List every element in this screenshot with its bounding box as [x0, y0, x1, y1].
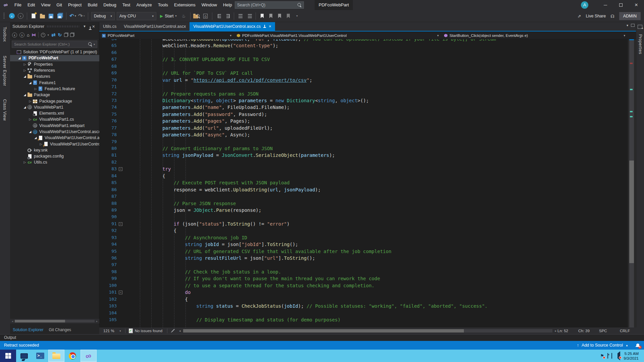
notifications-bell-icon[interactable]: 1 [636, 343, 640, 348]
code-line[interactable]: 86 response = webClient.UploadString(url… [99, 186, 496, 193]
sync-icon[interactable]: ↻ [58, 32, 62, 38]
start-button[interactable] [0, 350, 16, 362]
fold-toggle[interactable]: − [117, 289, 124, 296]
insert-mode-indicator[interactable]: SPC [599, 329, 620, 333]
code-line[interactable]: 73 Dictionary<string, object> parameters… [99, 97, 496, 104]
taskbar-item-file-explorer[interactable] [48, 350, 64, 362]
code-line[interactable]: 96 string resultFileUrl = json["url"].To… [99, 255, 496, 261]
scrollbar-thumb[interactable] [629, 161, 634, 263]
tree-item[interactable]: key.snk [10, 147, 99, 153]
properties-tab[interactable]: Properties [638, 34, 643, 54]
scrollbar-thumb[interactable] [15, 320, 65, 322]
navigate-forward-button[interactable]: › [16, 12, 24, 20]
open-file-button[interactable] [38, 12, 46, 20]
line-indicator[interactable]: Ln: 52 [557, 329, 578, 333]
hot-reload-button[interactable]: ♨ [180, 12, 188, 20]
scroll-left-icon[interactable]: ◂ [10, 320, 15, 323]
code-line[interactable]: 87 [99, 193, 496, 200]
code-line[interactable]: 72 // Prepare requests params as JSON [99, 90, 496, 97]
code-line[interactable]: 75 parameters.Add("password", Password); [99, 111, 496, 118]
code-line[interactable]: 100 // to use a separate thread for the … [99, 282, 496, 289]
menu-git[interactable]: Git [53, 0, 65, 10]
scroll-left-icon[interactable]: ◂ [178, 329, 182, 333]
network-icon[interactable] [611, 353, 612, 358]
collapse-arrow-icon[interactable]: ◢ [28, 130, 32, 133]
solution-explorer-hscrollbar[interactable]: ◂ ▸ [10, 319, 99, 323]
quick-search-box[interactable]: Search (Ctrl+Q) [235, 1, 304, 9]
code-line[interactable]: 82 [99, 159, 496, 166]
expand-arrow-icon[interactable]: ▷ [23, 63, 27, 66]
fold-toggle[interactable]: − [117, 221, 124, 227]
collapse-arrow-icon[interactable]: ◢ [28, 81, 32, 84]
tree-item[interactable]: Elements.xml [10, 110, 99, 116]
menu-project[interactable]: Project [65, 0, 85, 10]
refresh-icon[interactable]: ⇄ [51, 32, 56, 38]
taskbar-item-desktop[interactable] [16, 350, 32, 362]
add-to-source-control-button[interactable]: Add to Source Control [582, 343, 623, 348]
tree-item[interactable]: VisualWebPart1.webpart [10, 123, 99, 129]
collapse-arrow-icon[interactable]: ◢ [34, 136, 38, 139]
track-changes-icon[interactable] [171, 329, 175, 333]
code-line[interactable]: 85 // Execute POST request with JSON pay… [99, 179, 496, 186]
panel-tab-git-changes[interactable]: Git Changes [46, 327, 74, 333]
next-bookmark-button[interactable] [276, 12, 284, 20]
home-icon[interactable]: ⌂ [27, 33, 30, 38]
code-line[interactable]: 101− do [99, 289, 496, 296]
class-view-tab[interactable]: Class View [2, 99, 7, 121]
code-line[interactable]: 84 { [99, 173, 496, 179]
user-avatar[interactable]: A [581, 1, 588, 9]
code-line[interactable]: 76 parameters.Add("pages", Pages); [99, 118, 496, 124]
toolbar-grip[interactable] [3, 13, 5, 19]
tree-item[interactable]: ◢VisualWebPart1UserControl.as [10, 135, 99, 141]
code-line[interactable]: 68 [99, 63, 496, 70]
tree-item[interactable]: ▷C#VisualWebPart1.cs [10, 116, 99, 122]
menu-extensions[interactable]: Extensions [171, 0, 199, 10]
collapse-arrow-icon[interactable]: ◢ [23, 75, 27, 78]
fold-toggle[interactable]: − [117, 166, 124, 172]
restore-button[interactable] [613, 0, 629, 10]
action-center-flag-icon[interactable]: ⚑ [600, 353, 604, 358]
document-tab[interactable]: VisualWebPart1UserControl.ascx.cs× [190, 22, 275, 31]
search-icon[interactable] [298, 3, 302, 7]
expand-arrow-icon[interactable]: ▷ [34, 87, 38, 90]
menu-build[interactable]: Build [85, 0, 100, 10]
code-line[interactable]: 70 var url = "https://api.pdf.co/v1/pdf/… [99, 77, 496, 83]
code-line[interactable]: 91− if (json["status"].ToString() != "er… [99, 221, 496, 227]
battery-icon[interactable] [607, 353, 608, 358]
panel-tab-solution-explorer[interactable]: Solution Explorer [10, 327, 46, 333]
tree-item[interactable]: ▷VisualWebPart1UserContro [10, 141, 99, 147]
scrollbar-thumb[interactable] [183, 329, 464, 333]
code-line[interactable]: 78 parameters.Add("async", Async); [99, 131, 496, 138]
tab-list-chevron-icon[interactable]: ▾ [627, 23, 628, 27]
code-line[interactable]: 65 webClient.Headers.Remove("content-typ… [99, 42, 496, 49]
code-line[interactable]: 105 // Display timestamp and status (for… [99, 316, 496, 323]
close-icon[interactable]: × [91, 24, 97, 29]
tree-item[interactable]: ◢VisualWebPart1UserControl.ascx [10, 129, 99, 135]
scroll-right-icon[interactable]: ▸ [554, 329, 557, 333]
code-line[interactable]: 98 // Check the job status in a loop. [99, 268, 496, 275]
navigate-back-button[interactable]: ‹ [8, 12, 16, 20]
taskbar-clock[interactable]: 5:25 AM 9/3/2021 [624, 351, 641, 361]
panel-drag-handle[interactable] [47, 25, 79, 27]
code-line[interactable]: 95 // URL of generated CSV file that wil… [99, 248, 496, 255]
new-project-button[interactable] [30, 12, 38, 20]
code-line[interactable]: 97 [99, 261, 496, 268]
tree-item[interactable]: ◢Features [10, 73, 99, 79]
taskbar-item-powershell[interactable]: ≻_ [32, 350, 48, 362]
expand-arrow-icon[interactable]: ▷ [23, 69, 27, 72]
menu-test[interactable]: Test [119, 0, 133, 10]
menu-tools[interactable]: Tools [155, 0, 171, 10]
code-editor[interactable]: 64 webClient.UploadData(uploadUrl, "PUT"… [99, 39, 628, 327]
menu-view[interactable]: View [38, 0, 53, 10]
editor-vscrollbar[interactable] [628, 39, 636, 327]
toolbar-overflow-button[interactable]: ▾ [293, 12, 301, 20]
line-ending-indicator[interactable]: CRLF [620, 329, 636, 333]
find-in-files-button[interactable] [193, 12, 201, 20]
tree-item[interactable]: ▷Package.package [10, 98, 99, 104]
taskbar-item-visual-studio[interactable]: ∞ [80, 350, 97, 362]
save-all-button[interactable] [56, 12, 64, 20]
solution-configuration-select[interactable]: Debug▾ [91, 12, 115, 20]
taskbar-item-chrome[interactable] [64, 350, 80, 362]
code-line[interactable]: 89 json = JObject.Parse(response); [99, 207, 496, 214]
collapse-arrow-icon[interactable]: ◢ [23, 93, 27, 97]
